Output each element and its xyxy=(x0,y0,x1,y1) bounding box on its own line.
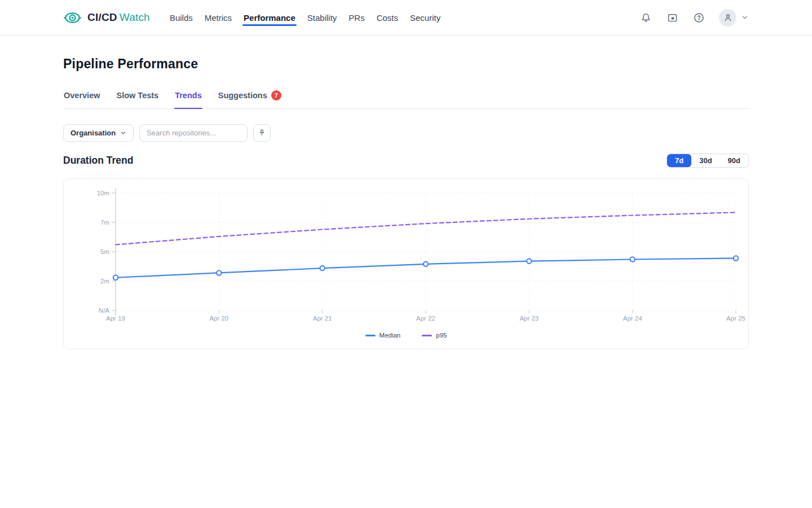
svg-text:Apr 21: Apr 21 xyxy=(313,315,332,322)
tab-bar: Overview Slow Tests Trends Suggestions 7 xyxy=(63,88,749,109)
picture-in-picture-icon[interactable] xyxy=(666,11,678,24)
median-line-swatch xyxy=(365,335,376,336)
nav-item-security[interactable]: Security xyxy=(409,2,442,34)
duration-trend-chart: 10m7m5m2mN/AApr 19Apr 20Apr 21Apr 22Apr … xyxy=(64,180,748,327)
time-range-selector: 7d 30d 90d xyxy=(667,154,749,168)
svg-text:Apr 20: Apr 20 xyxy=(209,315,228,322)
main-nav: Builds Metrics Performance Stability PRs… xyxy=(169,2,442,34)
tab-slow-tests[interactable]: Slow Tests xyxy=(116,88,160,108)
svg-text:Apr 23: Apr 23 xyxy=(519,315,539,322)
svg-text:2m: 2m xyxy=(100,278,109,284)
nav-item-stability[interactable]: Stability xyxy=(306,2,338,34)
range-30d-button[interactable]: 30d xyxy=(691,154,720,167)
duration-trend-chart-card: 10m7m5m2mN/AApr 19Apr 20Apr 21Apr 22Apr … xyxy=(63,178,749,349)
pin-icon xyxy=(258,129,266,137)
tab-overview[interactable]: Overview xyxy=(63,88,101,108)
nav-item-costs[interactable]: Costs xyxy=(376,2,399,34)
svg-text:Apr 19: Apr 19 xyxy=(106,315,125,322)
brand: CI/CDWatch xyxy=(63,8,150,27)
tab-suggestions[interactable]: Suggestions 7 xyxy=(218,88,282,108)
section-header: Duration Trend 7d 30d 90d xyxy=(63,154,749,168)
tab-trends[interactable]: Trends xyxy=(174,88,202,108)
chevron-down-icon xyxy=(120,130,126,136)
chevron-down-icon xyxy=(741,14,749,21)
pin-button[interactable] xyxy=(253,124,271,142)
legend-item-median[interactable]: Median xyxy=(365,332,401,339)
svg-text:Apr 25: Apr 25 xyxy=(726,315,745,322)
suggestions-count-badge: 7 xyxy=(271,90,281,100)
top-navigation-bar: CI/CDWatch Builds Metrics Performance St… xyxy=(0,0,812,36)
topbar-actions xyxy=(639,9,749,27)
search-repositories-input[interactable] xyxy=(139,124,248,142)
help-icon[interactable] xyxy=(692,11,705,24)
p95-line-swatch xyxy=(422,335,432,336)
chart-legend: Median p95 xyxy=(64,332,748,339)
legend-item-p95[interactable]: p95 xyxy=(422,332,447,339)
svg-text:5m: 5m xyxy=(100,248,109,255)
nav-item-builds[interactable]: Builds xyxy=(169,2,194,34)
brand-name: CI/CDWatch xyxy=(87,11,150,24)
page-title: Pipeline Performance xyxy=(63,56,749,72)
svg-text:Apr 24: Apr 24 xyxy=(623,315,642,322)
svg-text:Apr 22: Apr 22 xyxy=(416,315,435,322)
eye-logo-icon xyxy=(63,8,82,27)
bell-icon[interactable] xyxy=(639,11,652,24)
range-7d-button[interactable]: 7d xyxy=(667,154,691,167)
main-content: Pipeline Performance Overview Slow Tests… xyxy=(0,36,812,349)
svg-text:N/A: N/A xyxy=(99,307,110,314)
user-menu[interactable] xyxy=(719,9,749,27)
nav-item-prs[interactable]: PRs xyxy=(347,2,365,34)
nav-item-performance[interactable]: Performance xyxy=(242,2,297,34)
section-title: Duration Trend xyxy=(63,155,133,167)
organisation-dropdown[interactable]: Organisation xyxy=(63,124,134,142)
nav-item-metrics[interactable]: Metrics xyxy=(204,2,233,34)
filter-bar: Organisation xyxy=(63,124,749,142)
range-90d-button[interactable]: 90d xyxy=(720,154,748,167)
user-avatar xyxy=(719,9,736,27)
svg-text:7m: 7m xyxy=(100,219,109,226)
svg-text:10m: 10m xyxy=(97,190,109,196)
